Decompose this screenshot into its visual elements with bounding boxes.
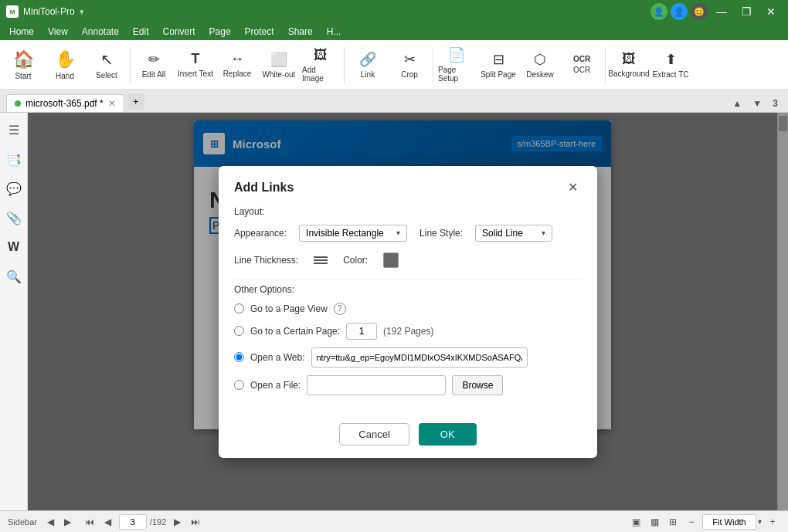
dialog-body: Layout: Appearance: Invisible Rectangle … (219, 203, 597, 415)
view-single-icon[interactable]: ▣ (628, 514, 644, 530)
new-tab-button[interactable]: + (127, 93, 144, 110)
tool-add-image-label: Add Image (302, 66, 339, 83)
radio-go-to-certain-page-input[interactable] (234, 326, 244, 336)
tool-start[interactable]: 🏠 Start (3, 42, 43, 87)
last-page-btn[interactable]: ⏭ (188, 514, 203, 530)
tool-edit-all[interactable]: ✏ Edit All (134, 42, 174, 87)
modal-overlay: Add Links ✕ Layout: Appearance: Invisibl… (28, 113, 788, 510)
zoom-out-btn[interactable]: − (684, 514, 699, 530)
sidebar-icon-menu[interactable]: ☰ (3, 119, 25, 141)
radio-open-web: Open a Web: (234, 347, 582, 368)
tab-nav-down[interactable]: ▼ (749, 95, 766, 112)
zoom-in-btn[interactable]: + (765, 514, 780, 530)
sep-3 (433, 47, 433, 83)
tool-split-page[interactable]: ⊟ Split Page (478, 42, 518, 87)
menu-annotate[interactable]: Annotate (76, 25, 125, 39)
tab-page-num: 3 (769, 97, 782, 110)
tool-crop-label: Crop (401, 70, 418, 79)
radio-open-file-input[interactable] (234, 380, 244, 390)
main-area: ☰ 📑 💬 📎 W 🔍 ⊞ Microsof s/m365BP-start-he… (0, 113, 788, 510)
tool-select[interactable]: ↖ Select (87, 42, 127, 87)
white-out-icon: ⬜ (270, 51, 287, 68)
web-url-input[interactable] (311, 347, 528, 368)
radio-go-to-certain-page: Go to a Certain Page: (192 Pages) (234, 323, 582, 340)
divider (234, 279, 582, 280)
tool-deskew[interactable]: ⬡ Deskew (520, 42, 560, 87)
line-style-dropdown[interactable]: Solid Line ▾ (475, 225, 552, 242)
tool-page-setup-label: Page Setup (438, 66, 475, 83)
tool-crop[interactable]: ✂ Crop (389, 42, 430, 87)
tool-page-setup[interactable]: 📄 Page Setup (436, 42, 477, 87)
cancel-button[interactable]: Cancel (339, 423, 409, 446)
tab-nav-up[interactable]: ▲ (729, 95, 746, 112)
next-page-btn[interactable]: ▶ (169, 514, 185, 530)
ok-button[interactable]: OK (419, 423, 477, 446)
tool-replace[interactable]: ↔ Replace (217, 42, 257, 87)
tool-extract-tc[interactable]: ⬆ Extract TC (650, 42, 691, 87)
page-number-input[interactable] (119, 514, 147, 530)
tab-close-icon[interactable]: ✕ (108, 98, 116, 109)
sidebar-icon-w[interactable]: W (3, 236, 25, 258)
tool-ocr[interactable]: OCR OCR (562, 42, 602, 87)
close-button[interactable]: ✕ (760, 3, 782, 20)
menu-view[interactable]: View (42, 25, 74, 39)
tool-add-image[interactable]: 🖼 Add Image (301, 42, 341, 87)
color-picker[interactable] (383, 252, 399, 268)
page-setup-icon: 📄 (448, 46, 465, 63)
radio-open-file-label: Open a File: (250, 380, 301, 391)
sidebar-icon-comments[interactable]: 💬 (3, 178, 25, 199)
app-logo: M (6, 5, 19, 18)
other-options-label: Other Options: (234, 284, 582, 295)
zoom-chevron-icon[interactable]: ▾ (758, 517, 762, 526)
zoom-level-input[interactable] (702, 514, 756, 530)
tool-hand[interactable]: ✋ Hand (45, 42, 85, 87)
user-avatar-2: 👤 (671, 3, 688, 20)
sidebar-icon-attachments[interactable]: 📎 (3, 207, 25, 229)
tool-replace-label: Replace (223, 69, 252, 78)
tool-white-out[interactable]: ⬜ White-out (259, 42, 299, 87)
menu-page[interactable]: Page (203, 25, 237, 39)
certain-page-input[interactable] (346, 323, 377, 340)
radio-go-to-page-view-input[interactable] (234, 303, 244, 313)
sidebar-next-btn[interactable]: ▶ (60, 514, 76, 530)
appearance-label: Appearance: (234, 228, 287, 239)
tool-link[interactable]: 🔗 Link (348, 42, 388, 87)
tool-start-label: Start (15, 72, 31, 80)
add-links-dialog: Add Links ✕ Layout: Appearance: Invisibl… (219, 166, 597, 458)
file-path-input[interactable] (307, 375, 446, 395)
tool-split-page-label: Split Page (481, 70, 516, 79)
prev-page-btn[interactable]: ◀ (100, 514, 116, 530)
radio-open-web-input[interactable] (234, 352, 244, 362)
menu-home[interactable]: Home (3, 25, 40, 39)
view-continuous-icon[interactable]: ▦ (647, 514, 662, 530)
sidebar-icon-pages[interactable]: 📑 (3, 148, 25, 170)
menu-convert[interactable]: Convert (157, 25, 202, 39)
appearance-dropdown[interactable]: Invisible Rectangle ▾ (299, 225, 407, 242)
tab-doc1[interactable]: microsoft-365.pdf * ✕ (6, 94, 124, 112)
help-icon[interactable]: ? (334, 303, 346, 315)
sidebar-icon-search[interactable]: 🔍 (3, 266, 25, 287)
dialog-close-button[interactable]: ✕ (563, 178, 582, 197)
tool-background[interactable]: 🖼 Background (609, 42, 649, 87)
tool-extract-tc-label: Extract TC (652, 70, 688, 79)
tool-edit-all-label: Edit All (142, 70, 166, 79)
maximize-button[interactable]: ❐ (735, 3, 757, 20)
view-facing-icon[interactable]: ⊞ (665, 514, 681, 530)
menu-protect[interactable]: Protect (239, 25, 280, 39)
tool-insert-text[interactable]: T Insert Text (175, 42, 216, 87)
minimize-button[interactable]: — (711, 3, 732, 20)
pages-count: (192 Pages) (383, 326, 433, 337)
tab-bar: microsoft-365.pdf * ✕ + ▲ ▼ 3 (0, 90, 788, 113)
browse-button[interactable]: Browse (452, 375, 503, 395)
emoji-btn[interactable]: 😊 (691, 3, 708, 20)
menu-more[interactable]: H... (321, 25, 348, 39)
sidebar-prev-btn[interactable]: ◀ (43, 514, 59, 530)
menu-edit[interactable]: Edit (127, 25, 155, 39)
radio-go-to-page-view-label: Go to a Page View (250, 303, 328, 314)
edit-all-icon: ✏ (148, 51, 160, 68)
zoom-control: ▾ (702, 514, 762, 530)
first-page-btn[interactable]: ⏮ (82, 514, 97, 530)
split-page-icon: ⊟ (493, 51, 504, 68)
tool-deskew-label: Deskew (526, 70, 554, 79)
menu-share[interactable]: Share (282, 25, 319, 39)
